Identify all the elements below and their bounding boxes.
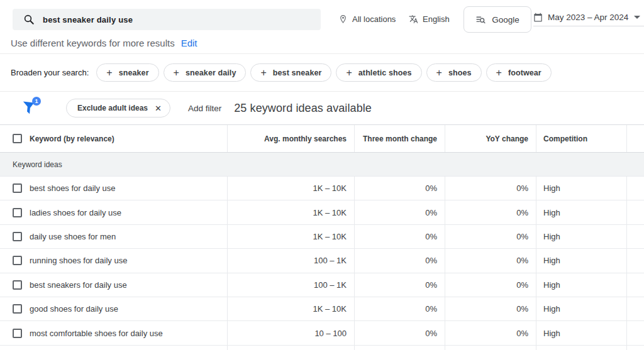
- table-row: best shoes for daily use 1K – 10K 0% 0% …: [0, 177, 644, 200]
- row-spacer: [626, 249, 644, 272]
- broaden-keyword-chip[interactable]: + sneaker: [96, 63, 158, 82]
- calendar-icon: [533, 13, 543, 22]
- column-header-competition[interactable]: Competition: [536, 125, 626, 152]
- three-month-change-cell: 0%: [354, 321, 445, 344]
- column-header-yoy-change[interactable]: YoY change: [445, 125, 536, 152]
- three-month-change-cell: 0%: [354, 273, 445, 297]
- broaden-keyword-chip[interactable]: + sneaker daily: [164, 63, 247, 82]
- column-header-three-month-change[interactable]: Three month change: [354, 125, 445, 152]
- row-checkbox[interactable]: [13, 232, 22, 241]
- yoy-change-cell: 0%: [445, 249, 536, 272]
- close-icon[interactable]: ✕: [155, 104, 162, 113]
- yoy-change-cell: 0%: [445, 200, 536, 224]
- date-range-selector[interactable]: May 2023 – Apr 2024: [533, 9, 644, 26]
- search-network-icon: [475, 14, 486, 25]
- row-spacer: [626, 297, 644, 320]
- avg-monthly-searches-cell: 10 – 100: [227, 321, 354, 344]
- topbar: All locations English Google May 2023 – …: [0, 0, 644, 33]
- three-month-change-cell: 0%: [354, 225, 445, 248]
- competition-cell: High: [536, 177, 626, 200]
- row-checkbox[interactable]: [13, 329, 22, 338]
- keyword-table: Keyword (by relevance) Avg. monthly sear…: [0, 124, 644, 350]
- avg-monthly-searches-cell: 1K – 10K: [227, 200, 354, 224]
- keyword-search-box[interactable]: [13, 9, 321, 30]
- competition-cell: High: [536, 249, 626, 272]
- three-month-change-cell: 0%: [354, 177, 445, 200]
- search-input[interactable]: [43, 15, 321, 25]
- plus-icon: +: [174, 68, 179, 78]
- language-selector[interactable]: English: [409, 14, 450, 24]
- keyword-cell: running shoes for daily use: [30, 256, 127, 265]
- broaden-keyword-chip[interactable]: + footwear: [486, 63, 552, 82]
- edit-keywords-link[interactable]: Edit: [181, 38, 197, 48]
- location-selector[interactable]: All locations: [338, 14, 396, 24]
- keyword-cell: best shoes for daily use: [30, 183, 116, 193]
- plus-icon: +: [346, 68, 352, 78]
- broaden-chips: + sneaker + sneaker daily + best sneaker…: [96, 63, 552, 82]
- keyword-cell: good shoes for daily use: [30, 304, 118, 314]
- row-checkbox[interactable]: [13, 304, 22, 314]
- chip-label: sneaker daily: [186, 68, 236, 77]
- plus-icon: +: [106, 68, 112, 78]
- row-spacer: [626, 200, 644, 224]
- plus-icon: +: [496, 68, 502, 78]
- table-row: good shoes for daily use 1K – 10K 0% 0% …: [0, 297, 644, 321]
- table-row: most comfortable shoes for daily use 10 …: [0, 321, 644, 345]
- row-checkbox[interactable]: [13, 256, 22, 265]
- row-spacer: [626, 321, 644, 344]
- add-filter-button[interactable]: Add filter: [188, 104, 221, 113]
- keyword-cell: most comfortable shoes for daily use: [30, 329, 163, 338]
- location-label: All locations: [352, 14, 396, 24]
- filter-funnel-button[interactable]: 1: [22, 100, 37, 116]
- broaden-search-label: Broaden your search:: [11, 68, 89, 77]
- column-header-avg-monthly-searches[interactable]: Avg. monthly searches: [227, 125, 354, 152]
- table-row: ladies shoes for daily use 1K – 10K 0% 0…: [0, 200, 644, 224]
- column-header-keyword[interactable]: Keyword (by relevance): [30, 134, 114, 143]
- result-summary: 25 keyword ideas available: [234, 102, 372, 115]
- broaden-keyword-chip[interactable]: + athletic shoes: [336, 63, 421, 82]
- keyword-cell: best sneakers for daily use: [30, 280, 127, 290]
- competition-cell: High: [536, 321, 626, 344]
- subheader-message: Use different keywords for more results: [11, 38, 175, 48]
- table-row: best sneakers for daily use 100 – 1K 0% …: [0, 273, 644, 297]
- search-network-button[interactable]: Google: [464, 6, 531, 33]
- yoy-change-cell: 0%: [445, 225, 536, 248]
- broaden-keyword-chip[interactable]: + shoes: [426, 63, 482, 82]
- chip-label: sneaker: [119, 68, 149, 77]
- competition-cell: High: [536, 297, 626, 320]
- search-network-label: Google: [492, 15, 519, 25]
- filter-count-badge: 1: [32, 97, 41, 106]
- yoy-change-cell: 0%: [445, 177, 536, 200]
- table-header-row: Keyword (by relevance) Avg. monthly sear…: [0, 125, 644, 153]
- three-month-change-cell: 0%: [354, 200, 445, 224]
- chip-label: footwear: [508, 68, 541, 77]
- row-spacer: [626, 273, 644, 297]
- broaden-keyword-chip[interactable]: + best sneaker: [250, 63, 331, 82]
- chevron-down-icon: [634, 16, 640, 19]
- row-checkbox[interactable]: [13, 280, 22, 290]
- three-month-change-cell: 0%: [354, 297, 445, 320]
- exclude-adult-ideas-chip[interactable]: Exclude adult ideas ✕: [66, 99, 170, 118]
- select-all-checkbox[interactable]: [13, 134, 22, 143]
- table-row: running shoes for daily use 100 – 1K 0% …: [0, 249, 644, 273]
- three-month-change-cell: 0%: [354, 249, 445, 272]
- translate-icon: [409, 14, 418, 24]
- location-pin-icon: [338, 14, 348, 24]
- yoy-change-cell: 0%: [445, 273, 536, 297]
- row-checkbox[interactable]: [13, 183, 22, 193]
- avg-monthly-searches-cell: 1K – 10K: [227, 225, 354, 248]
- yoy-change-cell: 0%: [445, 297, 536, 320]
- section-keyword-ideas: Keyword ideas: [0, 153, 644, 177]
- avg-monthly-searches-cell: 1K – 10K: [227, 297, 354, 320]
- avg-monthly-searches-cell: 1K – 10K: [227, 177, 354, 200]
- row-checkbox[interactable]: [13, 208, 22, 217]
- row-spacer: [626, 225, 644, 248]
- avg-monthly-searches-cell: 100 – 1K: [227, 249, 354, 272]
- broaden-search-row: Broaden your search: + sneaker + sneaker…: [0, 53, 644, 91]
- table-partial-row: [0, 346, 644, 350]
- keyword-cell: ladies shoes for daily use: [30, 208, 121, 217]
- subheader: Use different keywords for more results …: [0, 33, 644, 53]
- avg-monthly-searches-cell: 100 – 1K: [227, 273, 354, 297]
- row-spacer: [626, 177, 644, 200]
- yoy-change-cell: 0%: [445, 321, 536, 344]
